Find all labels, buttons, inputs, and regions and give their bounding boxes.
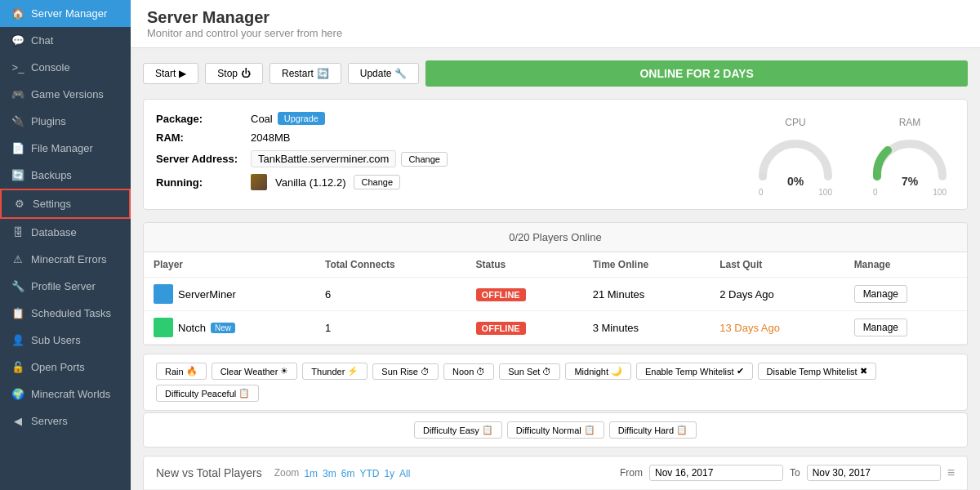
package-label: Package: — [156, 113, 246, 125]
sidebar-item-profile-server[interactable]: 🔧Profile Server — [0, 273, 131, 300]
difficulty-peaceful-button[interactable]: Difficulty Peaceful 📋 — [156, 385, 259, 402]
total-connects: 1 — [315, 311, 466, 345]
total-connects: 6 — [315, 278, 466, 311]
zoom-option-6m[interactable]: 6m — [341, 468, 355, 479]
sidebar-label-game-versions: Game Versions — [31, 88, 104, 100]
sidebar-icon-game-versions: 🎮 — [11, 88, 24, 100]
sidebar-item-file-manager[interactable]: 📄File Manager — [0, 135, 131, 162]
sidebar-icon-database: 🗄 — [11, 226, 24, 238]
chart-menu-icon[interactable]: ≡ — [947, 466, 955, 480]
ram-label: RAM: — [156, 131, 246, 144]
enable-whitelist-button[interactable]: Enable Temp Whitelist ✔ — [636, 363, 753, 380]
disable-whitelist-button[interactable]: Disable Temp Whitelist ✖ — [758, 363, 876, 380]
sidebar-label-minecraft-worlds: Minecraft Worlds — [31, 388, 110, 400]
table-row: ServerMiner 6OFFLINE21 Minutes2 Days Ago… — [144, 278, 967, 311]
sidebar-item-console[interactable]: >_Console — [0, 54, 131, 81]
player-name-cell: Notch New — [144, 311, 315, 345]
cpu-range: 0 100 — [759, 188, 832, 197]
zoom-option-YTD[interactable]: YTD — [359, 468, 379, 479]
update-label: Update — [360, 68, 392, 79]
new-badge: New — [211, 323, 235, 333]
players-section: 0/20 Players Online PlayerTotal Connects… — [143, 222, 968, 345]
from-date-input[interactable] — [649, 465, 783, 481]
sun-rise-icon: ⏱ — [421, 367, 430, 376]
status-badge: OFFLINE — [466, 311, 583, 345]
address-value: TankBattle.serverminer.com — [251, 150, 396, 167]
thunder-button[interactable]: Thunder ⚡ — [302, 363, 368, 380]
zoom-option-3m[interactable]: 3m — [323, 468, 336, 479]
sun-rise-button[interactable]: Sun Rise ⏱ — [372, 363, 439, 380]
start-label: Start — [155, 68, 176, 79]
sidebar-item-chat[interactable]: 💬Chat — [0, 27, 131, 54]
zoom-option-1y[interactable]: 1y — [384, 468, 394, 479]
zoom-option-All[interactable]: All — [399, 468, 410, 479]
sidebar-icon-file-manager: 📄 — [11, 142, 24, 154]
time-online: 21 Minutes — [583, 278, 710, 311]
sun-set-icon: ⏱ — [542, 367, 551, 376]
restart-icon: 🔄 — [317, 68, 329, 79]
package-value: Coal — [251, 113, 273, 125]
clear-weather-button[interactable]: Clear Weather ☀ — [212, 363, 298, 380]
table-row: Notch New 1OFFLINE3 Minutes13 Days AgoMa… — [144, 311, 967, 345]
ram-value: 2048MB — [251, 131, 290, 144]
restart-label: Restart — [282, 68, 314, 79]
minecraft-icon — [251, 174, 267, 190]
sidebar-icon-open-ports: 🔓 — [11, 361, 24, 373]
rain-button[interactable]: Rain 🔥 — [156, 363, 207, 380]
difficulty-normal-button[interactable]: Difficulty Normal 📋 — [507, 421, 604, 439]
noon-button[interactable]: Noon ⏱ — [443, 363, 494, 380]
sidebar-item-plugins[interactable]: 🔌Plugins — [0, 108, 131, 135]
midnight-button[interactable]: Midnight 🌙 — [565, 363, 631, 380]
to-date-input[interactable] — [807, 465, 941, 481]
sidebar-icon-console: >_ — [11, 61, 24, 74]
sidebar-label-chat: Chat — [31, 34, 53, 47]
players-table-wrap: PlayerTotal ConnectsStatusTime OnlineLas… — [143, 252, 968, 345]
sidebar-item-open-ports[interactable]: 🔓Open Ports — [0, 354, 131, 381]
chart-card: New vs Total Players Zoom 1m3m6mYTD1yAll… — [143, 456, 968, 490]
difficulty-easy-button[interactable]: Difficulty Easy 📋 — [414, 421, 502, 439]
sidebar-item-database[interactable]: 🗄Database — [0, 219, 131, 246]
difficulty-hard-button[interactable]: Difficulty Hard 📋 — [609, 421, 697, 439]
manage-button[interactable]: Manage — [854, 318, 907, 336]
thunder-icon: ⚡ — [347, 366, 359, 376]
update-button[interactable]: Update 🔧 — [348, 63, 420, 84]
restart-button[interactable]: Restart 🔄 — [270, 63, 341, 84]
col-total-connects: Total Connects — [315, 252, 466, 278]
sidebar-icon-settings: ⚙ — [13, 198, 26, 210]
sidebar-item-sub-users[interactable]: 👤Sub Users — [0, 327, 131, 354]
update-icon: 🔧 — [394, 68, 407, 79]
stop-button[interactable]: Stop ⏻ — [205, 63, 263, 84]
address-change-button[interactable]: Change — [401, 152, 448, 167]
sun-set-button[interactable]: Sun Set ⏱ — [499, 363, 560, 380]
zoom-controls: Zoom 1m3m6mYTD1yAll — [274, 467, 416, 479]
running-change-button[interactable]: Change — [354, 175, 400, 189]
last-quit: 2 Days Ago — [710, 278, 844, 311]
sidebar-item-minecraft-errors[interactable]: ⚠Minecraft Errors — [0, 246, 131, 273]
manage-cell: Manage — [844, 278, 967, 311]
col-manage: Manage — [844, 252, 967, 278]
status-badge: OFFLINE — [466, 278, 583, 311]
difficulty-hard-icon: 📋 — [676, 425, 688, 435]
sidebar-icon-servers: ◀ — [11, 415, 24, 427]
sidebar-label-file-manager: File Manager — [31, 142, 93, 154]
sidebar-item-servers[interactable]: ◀Servers — [0, 408, 131, 434]
enable-whitelist-icon: ✔ — [737, 366, 744, 376]
col-status: Status — [466, 252, 583, 278]
sidebar-item-minecraft-worlds[interactable]: 🌍Minecraft Worlds — [0, 381, 131, 408]
sidebar-item-game-versions[interactable]: 🎮Game Versions — [0, 81, 131, 108]
to-label: To — [790, 467, 800, 479]
manage-button[interactable]: Manage — [854, 285, 907, 303]
online-status: ONLINE FOR 2 DAYS — [425, 60, 968, 87]
sidebar-item-server-manager[interactable]: 🏠Server Manager — [0, 0, 131, 27]
sidebar-icon-server-manager: 🏠 — [11, 7, 24, 20]
sidebar-icon-scheduled-tasks: 📋 — [11, 307, 24, 319]
sidebar-item-settings[interactable]: ⚙Settings — [0, 189, 131, 219]
sidebar-item-scheduled-tasks[interactable]: 📋Scheduled Tasks — [0, 300, 131, 327]
sidebar-item-backups[interactable]: 🔄Backups — [0, 162, 131, 189]
start-button[interactable]: Start ▶ — [143, 63, 198, 84]
upgrade-button[interactable]: Upgrade — [278, 112, 325, 125]
sidebar-label-settings: Settings — [33, 198, 71, 210]
sidebar-label-backups: Backups — [31, 169, 72, 181]
zoom-option-1m[interactable]: 1m — [304, 468, 318, 479]
sidebar-icon-plugins: 🔌 — [11, 115, 24, 127]
